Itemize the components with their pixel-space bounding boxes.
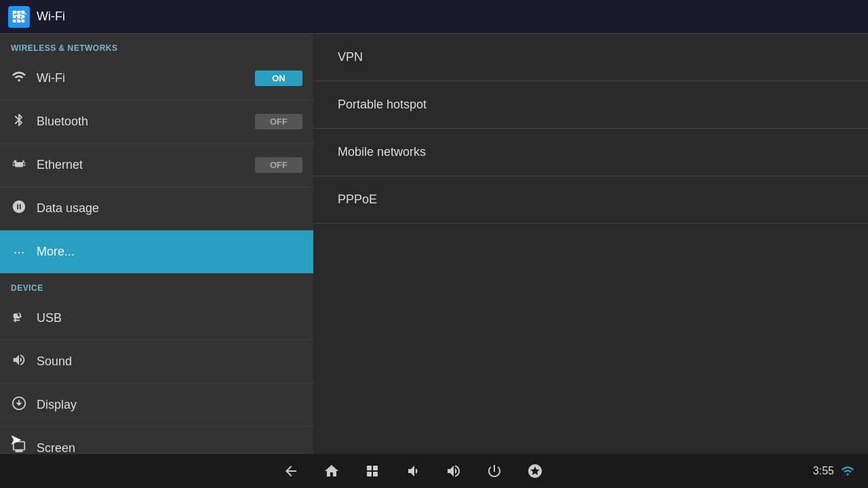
svg-rect-7	[13, 19, 16, 22]
screen-label: Screen	[37, 441, 302, 454]
more-icon: ···	[11, 244, 27, 260]
wifi-status-icon	[841, 464, 854, 478]
taskbar-center	[279, 459, 547, 483]
svg-rect-13	[373, 472, 378, 476]
portable-hotspot-label: Portable hotspot	[338, 98, 427, 112]
ethernet-label: Ethernet	[37, 158, 245, 172]
bluetooth-toggle[interactable]: OFF	[255, 114, 302, 129]
right-panel: VPN Portable hotspot Mobile networks PPP…	[313, 34, 868, 454]
wifi-toggle[interactable]: ON	[255, 70, 302, 86]
more-label: More...	[37, 245, 302, 259]
power-button[interactable]	[482, 459, 507, 483]
svg-rect-2	[17, 10, 20, 14]
title-bar: Wi-Fi	[0, 0, 868, 34]
vpn-label: VPN	[338, 50, 363, 64]
wifi-icon	[11, 69, 27, 87]
page-title: Wi-Fi	[37, 9, 65, 24]
usb-icon	[11, 309, 27, 327]
right-item-pppoe[interactable]: PPPoE	[313, 176, 868, 224]
ethernet-toggle[interactable]: OFF	[255, 157, 302, 173]
svg-rect-3	[22, 10, 25, 14]
sidebar-item-sound[interactable]: Sound	[0, 340, 313, 384]
bluetooth-label: Bluetooth	[37, 115, 245, 129]
ethernet-icon	[11, 156, 27, 174]
screen-icon	[11, 439, 27, 454]
bluetooth-icon	[11, 113, 27, 131]
sidebar-item-ethernet[interactable]: Ethernet OFF	[0, 144, 313, 187]
app-icon	[8, 6, 30, 28]
svg-rect-11	[373, 466, 378, 470]
usb-label: USB	[37, 311, 302, 325]
sidebar-item-screen[interactable]: Screen	[0, 427, 313, 454]
recent-apps-button[interactable]	[360, 459, 384, 483]
clock: 3:55	[813, 465, 834, 477]
sidebar-item-wifi[interactable]: Wi-Fi ON	[0, 57, 313, 100]
sound-label: Sound	[37, 354, 302, 369]
svg-rect-1	[13, 10, 16, 14]
display-label: Display	[37, 398, 302, 412]
taskbar: 3:55	[0, 454, 868, 488]
sidebar-item-bluetooth[interactable]: Bluetooth OFF	[0, 100, 313, 144]
sidebar-item-display[interactable]: Display	[0, 384, 313, 427]
sidebar-item-more[interactable]: ··· More...	[0, 230, 313, 274]
right-item-vpn[interactable]: VPN	[313, 34, 868, 81]
svg-rect-12	[367, 472, 372, 476]
volume-up-button[interactable]	[441, 459, 466, 483]
home-button[interactable]	[319, 459, 344, 483]
wifi-settings-icon	[12, 9, 26, 24]
right-item-portable-hotspot[interactable]: Portable hotspot	[313, 81, 868, 129]
main-content: WIRELESS & NETWORKS Wi-Fi ON Bluetooth O…	[0, 34, 868, 454]
svg-rect-6	[22, 15, 25, 18]
menu-button[interactable]	[523, 459, 547, 483]
sound-icon	[11, 352, 27, 371]
sidebar-item-data-usage[interactable]: Data usage	[0, 187, 313, 230]
pppoe-label: PPPoE	[338, 192, 377, 207]
svg-rect-10	[367, 466, 372, 470]
wifi-label: Wi-Fi	[37, 71, 245, 85]
section-header-wireless: WIRELESS & NETWORKS	[0, 34, 313, 57]
svg-rect-4	[13, 15, 16, 18]
mobile-networks-label: Mobile networks	[338, 145, 426, 159]
data-usage-label: Data usage	[37, 201, 302, 216]
sidebar-item-usb[interactable]: USB	[0, 297, 313, 340]
back-button[interactable]	[279, 459, 303, 483]
sidebar: WIRELESS & NETWORKS Wi-Fi ON Bluetooth O…	[0, 34, 313, 454]
svg-rect-9	[22, 19, 25, 22]
data-usage-icon	[11, 199, 27, 218]
display-icon	[11, 396, 27, 414]
svg-rect-8	[17, 19, 20, 22]
section-header-device: DEVICE	[0, 274, 313, 297]
volume-down-button[interactable]	[401, 459, 425, 483]
svg-rect-5	[17, 15, 20, 18]
taskbar-right: 3:55	[813, 464, 854, 478]
right-item-mobile-networks[interactable]: Mobile networks	[313, 129, 868, 176]
